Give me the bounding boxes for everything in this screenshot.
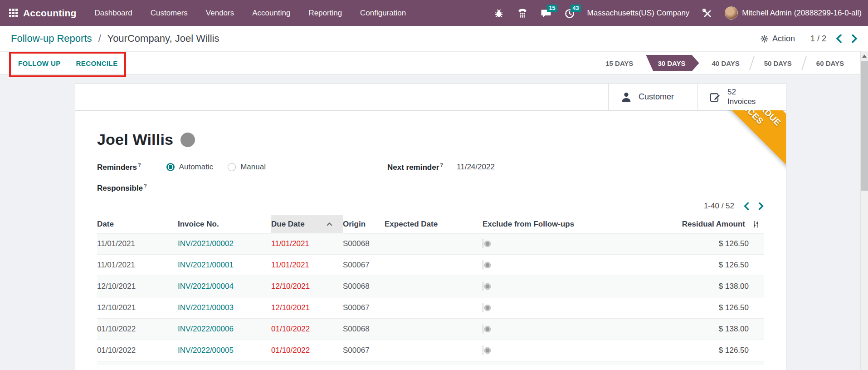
invoice-link[interactable]: INV/2021/00001 [178,261,271,270]
action-menu-button[interactable]: Action [760,34,795,44]
day-tab-40-days[interactable]: 40 DAYS [700,59,751,67]
radio-automatic-label: Automatic [179,163,214,172]
next-reminder-label: Next reminder? [387,162,443,172]
followup-table-body: 11/01/2021 INV/2021/00002 11/01/2021 S00… [97,233,764,361]
invoice-edit-icon [709,91,721,103]
day-tab-60-days[interactable]: 60 DAYS [805,59,856,67]
customer-stat-button[interactable]: Customer [608,84,697,110]
pager-next-button[interactable] [851,35,858,43]
nav-menu-item-vendors[interactable]: Vendors [206,9,234,18]
pager-prev-button[interactable] [835,35,842,43]
table-header-row: Date Invoice No. Due Date Origin Expecte… [97,215,764,233]
main-menu: DashboardCustomersVendorsAccountingRepor… [95,9,406,18]
exclude-toggle[interactable] [483,345,483,355]
list-pager: 1-40 / 52 [97,202,764,211]
invoice-link[interactable]: INV/2021/00004 [178,282,271,291]
invoice-link[interactable]: INV/2022/00005 [178,346,271,355]
reconcile-button[interactable]: RECONCILE [75,57,119,70]
odoo-accounting-screen: Accounting DashboardCustomersVendorsAcco… [0,0,868,370]
company-switcher[interactable]: Massachusetts(US) Company [587,9,690,18]
messages-badge: 15 [547,5,558,13]
next-row-peek [97,361,764,365]
nav-menu-item-customers[interactable]: Customers [151,9,188,18]
scrollbar-thumb[interactable] [861,61,868,191]
activities-clock-icon[interactable]: 43 [564,7,575,19]
exclude-toggle[interactable] [483,239,483,248]
radio-automatic-dot[interactable] [166,163,175,171]
invoice-table-row[interactable]: 11/01/2021 INV/2021/00001 11/01/2021 S00… [97,255,764,276]
help-marker: ? [144,183,147,188]
invoices-count: 52 [727,88,756,97]
exclude-toggle[interactable] [483,260,483,270]
breadcrumb-separator: / [98,33,101,44]
user-menu[interactable]: Mitchell Admin (20888299-16-0-all) [725,6,862,20]
reminders-radio-group: Automatic Manual [166,163,266,172]
invoice-table-row[interactable]: 12/10/2021 INV/2021/00004 12/10/2021 S00… [97,276,764,297]
invoice-table-row[interactable]: 12/10/2021 INV/2021/00003 12/10/2021 S00… [97,297,764,319]
gear-icon [760,35,769,43]
followup-form-card: Customer 52 Invoices WITH OVERDUE INVOIC… [75,83,786,370]
day-tab-15-days[interactable]: 15 DAYS [594,59,645,67]
responsible-label: Responsible? [97,183,147,193]
col-header-exclude[interactable]: Exclude from Follow-ups [483,220,613,229]
action-label: Action [772,34,795,44]
list-pager-value: 1-40 / 52 [704,202,734,211]
tools-icon[interactable] [701,7,713,19]
scrollbar-up-arrow[interactable] [861,51,868,60]
exclude-toggle[interactable] [483,324,483,334]
invoice-link[interactable]: INV/2021/00003 [178,303,271,312]
invoice-table-row[interactable]: 01/10/2022 INV/2022/00005 01/10/2022 S00… [97,340,764,361]
follow-up-button[interactable]: FOLLOW UP [17,57,62,70]
next-reminder-value[interactable]: 11/24/2022 [457,163,495,172]
col-header-origin[interactable]: Origin [343,220,385,229]
col-header-date[interactable]: Date [97,220,178,229]
sort-asc-icon [326,220,333,229]
help-marker: ? [138,162,141,168]
breadcrumb: Follow-up Reports / YourCompany, Joel Wi… [11,33,219,44]
list-pager-prev[interactable] [743,202,749,210]
invoices-stat-button[interactable]: 52 Invoices [697,84,786,110]
col-header-expected[interactable]: Expected Date [385,220,483,229]
partner-status-dot[interactable] [180,133,195,147]
exclude-toggle[interactable] [483,281,483,291]
radio-manual-dot[interactable] [228,163,236,171]
list-pager-next[interactable] [758,202,764,210]
day-tab-50-days[interactable]: 50 DAYS [752,59,804,67]
day-tab-30-days[interactable]: 30 DAYS [646,55,699,71]
reminders-label: Reminders? [97,162,141,172]
record-pager-value: 1 / 2 [810,34,826,44]
stat-button-bar: Customer 52 Invoices [75,84,786,111]
col-header-invoice[interactable]: Invoice No. [178,220,271,229]
app-name[interactable]: Accounting [23,8,77,19]
nav-menu-item-dashboard[interactable]: Dashboard [95,9,132,18]
partner-title: Joel Willis [97,131,173,148]
breadcrumb-parent-link[interactable]: Follow-up Reports [11,33,92,44]
radio-manual[interactable]: Manual [228,163,266,172]
followup-invoice-table: Date Invoice No. Due Date Origin Expecte… [97,215,764,365]
invoice-table-row[interactable]: 01/10/2022 INV/2022/00006 01/10/2022 S00… [97,319,764,340]
col-header-residual[interactable]: Residual Amount [613,220,749,229]
nav-menu-item-accounting[interactable]: Accounting [252,9,290,18]
exclude-toggle[interactable] [483,303,483,312]
content-area: Customer 52 Invoices WITH OVERDUE INVOIC… [0,75,860,370]
optional-columns-icon[interactable] [749,220,764,229]
radio-automatic[interactable]: Automatic [166,163,214,172]
user-avatar [725,6,738,20]
nav-menu-item-reporting[interactable]: Reporting [308,9,342,18]
record-pager: 1 / 2 [810,34,858,44]
invoice-link[interactable]: INV/2022/00006 [178,325,271,334]
customer-button-label: Customer [639,92,674,102]
vertical-scrollbar[interactable] [860,51,868,370]
invoice-link[interactable]: INV/2021/00002 [178,239,271,248]
invoice-table-row[interactable]: 11/01/2021 INV/2021/00002 11/01/2021 S00… [97,233,764,255]
nav-menu-item-configuration[interactable]: Configuration [360,9,406,18]
breadcrumb-current: YourCompany, Joel Willis [107,33,219,44]
messages-icon[interactable]: 15 [540,7,552,19]
col-header-due-date[interactable]: Due Date [271,215,343,233]
bug-icon[interactable] [493,7,505,19]
apps-grid-icon[interactable] [9,9,18,17]
softphone-icon[interactable] [517,7,528,19]
breadcrumb-bar: Follow-up Reports / YourCompany, Joel Wi… [0,26,868,51]
user-name: Mitchell Admin (20888299-16-0-all) [742,9,862,18]
invoices-label: Invoices [727,97,756,106]
